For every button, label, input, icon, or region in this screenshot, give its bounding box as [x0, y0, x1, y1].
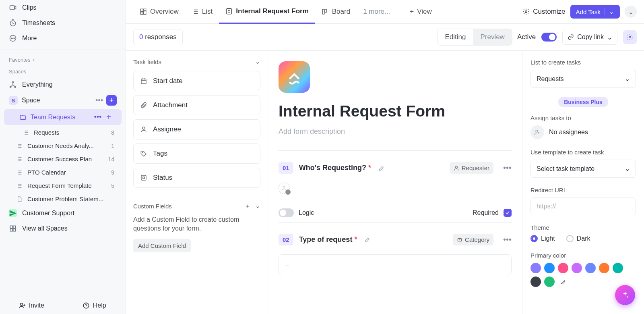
tab-list[interactable]: List: [185, 0, 219, 23]
field-type-badge[interactable]: Category: [453, 234, 493, 245]
chevron-down-icon[interactable]: ⌄: [605, 8, 614, 15]
color-swatch[interactable]: [544, 263, 555, 273]
ai-fab-button[interactable]: [615, 285, 635, 305]
add-in-space-button[interactable]: +: [106, 95, 117, 106]
required-checkbox[interactable]: [504, 209, 512, 217]
edit-preview-segment: Editing Preview: [437, 29, 512, 46]
color-swatches: [530, 263, 636, 287]
sidebar-space[interactable]: S Space ••• +: [0, 92, 126, 108]
field-attachment[interactable]: Attachment: [133, 95, 260, 115]
color-swatch[interactable]: [544, 277, 555, 287]
color-swatch[interactable]: [613, 263, 623, 273]
field-tags[interactable]: Tags: [133, 143, 260, 164]
field-type-badge[interactable]: Requester: [450, 162, 493, 174]
list-to-create-select[interactable]: Requests ⌄: [530, 70, 636, 88]
question-title[interactable]: Type of request *: [299, 235, 357, 244]
add-in-folder-button[interactable]: +: [105, 112, 113, 122]
add-task-button[interactable]: Add Task ⌄: [570, 5, 620, 19]
sidebar-item-timesheets[interactable]: Timesheets: [0, 15, 126, 31]
redirect-url-input[interactable]: https://: [530, 198, 636, 215]
tab-internal-request-form[interactable]: Internal Request Form: [219, 0, 315, 24]
eyedropper-button[interactable]: [558, 277, 568, 287]
tab-board[interactable]: Board: [315, 0, 357, 23]
task-fields-header[interactable]: Task fields ⌄: [133, 58, 260, 65]
copy-link-button[interactable]: Copy link ⌄: [562, 30, 617, 45]
support-icon: [9, 209, 17, 217]
assign-tasks-button[interactable]: No assignees: [530, 125, 636, 139]
gear-icon: [522, 8, 530, 15]
custom-fields-header[interactable]: Custom Fields + ⌄: [133, 202, 260, 210]
responses-button[interactable]: 0 responses: [133, 29, 183, 45]
form-title[interactable]: Internal Request Form: [279, 102, 512, 120]
add-custom-field-button[interactable]: Add Custom Field: [133, 239, 191, 252]
color-swatch[interactable]: [530, 263, 541, 273]
person-icon: [454, 165, 459, 171]
color-swatch[interactable]: [572, 263, 582, 273]
color-swatch[interactable]: [585, 263, 596, 273]
edit-icon[interactable]: [364, 237, 371, 243]
assignee-placeholder[interactable]: +: [279, 183, 290, 194]
active-toggle[interactable]: [541, 33, 557, 42]
help-button[interactable]: Help: [63, 302, 126, 309]
question-title[interactable]: Who's Requesting? *: [299, 164, 371, 172]
question-menu-icon[interactable]: •••: [503, 235, 512, 244]
svg-rect-9: [10, 226, 12, 228]
field-status[interactable]: Status: [133, 168, 260, 188]
field-start-date[interactable]: Start date: [133, 71, 260, 91]
sidebar-list-item[interactable]: Request Form Template 5: [0, 179, 126, 192]
sidebar-item-clips[interactable]: Clips: [0, 0, 126, 15]
preview-tab[interactable]: Preview: [473, 29, 512, 45]
theme-light-radio[interactable]: Light: [530, 235, 555, 242]
invite-button[interactable]: Invite: [0, 302, 63, 309]
sidebar-list-requests[interactable]: Requests 8: [0, 126, 126, 139]
sparkle-icon: [621, 291, 630, 299]
list-icon: [16, 156, 23, 162]
sidebar-item-everything[interactable]: Everything: [0, 77, 126, 92]
chevron-down-icon: ⌄: [625, 165, 630, 173]
tab-more[interactable]: 1 more...: [357, 0, 396, 23]
field-assignee[interactable]: Assignee: [133, 119, 260, 139]
sidebar-item-support[interactable]: Customer Support: [0, 206, 126, 221]
form-logo[interactable]: [279, 61, 310, 93]
sidebar-list-item[interactable]: PTO Calendar 9: [0, 166, 126, 179]
form-settings-button[interactable]: [623, 30, 637, 44]
tab-overview[interactable]: Overview: [133, 0, 185, 23]
svg-point-4: [12, 38, 13, 39]
folder-menu-icon[interactable]: •••: [92, 113, 103, 121]
question-card-2[interactable]: 02 Type of request * Category ••• –: [279, 222, 512, 275]
sidebar-list-item[interactable]: Customer Success Plan 14: [0, 152, 126, 166]
overflow-button[interactable]: ⌄: [625, 6, 637, 18]
template-select[interactable]: Select task template ⌄: [530, 160, 636, 178]
sidebar-folder-team-requests[interactable]: Team Requests ••• +: [4, 109, 122, 125]
color-swatch[interactable]: [530, 277, 541, 287]
editing-tab[interactable]: Editing: [438, 29, 473, 45]
space-menu-icon[interactable]: •••: [94, 96, 105, 105]
question-menu-icon[interactable]: •••: [503, 163, 512, 173]
svg-rect-10: [13, 226, 16, 228]
color-swatch[interactable]: [558, 263, 568, 273]
sidebar-item-more[interactable]: More: [0, 31, 126, 46]
dropdown-placeholder[interactable]: –: [279, 254, 512, 275]
list-icon: [16, 183, 23, 189]
favorites-header[interactable]: Favorites ›: [0, 54, 126, 65]
chevron-down-icon: ⌄: [607, 33, 612, 41]
logic-toggle[interactable]: [279, 208, 294, 217]
svg-point-5: [14, 38, 15, 39]
theme-dark-radio[interactable]: Dark: [566, 235, 590, 242]
active-label: Active: [517, 33, 536, 41]
question-card-1[interactable]: 01 Who's Requesting? * Requester ••• +: [279, 150, 512, 217]
sidebar-list-item[interactable]: Customer Needs Analy... 1: [0, 139, 126, 152]
overview-icon: [140, 8, 147, 15]
svg-rect-20: [322, 9, 324, 14]
customize-button[interactable]: Customize: [522, 8, 565, 16]
edit-icon[interactable]: [378, 165, 385, 171]
form-description-input[interactable]: Add form description: [279, 127, 512, 136]
custom-field-hint: Add a Custom Field to create custom ques…: [133, 215, 260, 233]
color-swatch[interactable]: [599, 263, 609, 273]
plus-icon[interactable]: +: [246, 202, 250, 209]
sidebar-item-view-all[interactable]: View all Spaces: [0, 221, 126, 236]
network-icon: [9, 81, 17, 89]
add-view-button[interactable]: + View: [403, 0, 438, 23]
chevron-down-icon: ⌄: [255, 202, 260, 209]
sidebar-list-item[interactable]: Customer Problem Statem...: [0, 192, 126, 206]
